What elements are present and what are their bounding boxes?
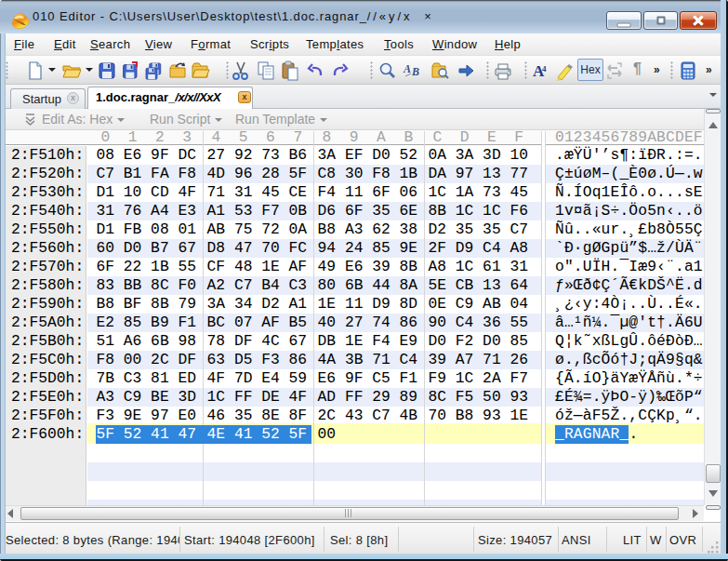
svg-text:4: 4	[542, 64, 547, 73]
svg-text:A: A	[403, 62, 411, 75]
svg-text:B: B	[411, 65, 419, 78]
